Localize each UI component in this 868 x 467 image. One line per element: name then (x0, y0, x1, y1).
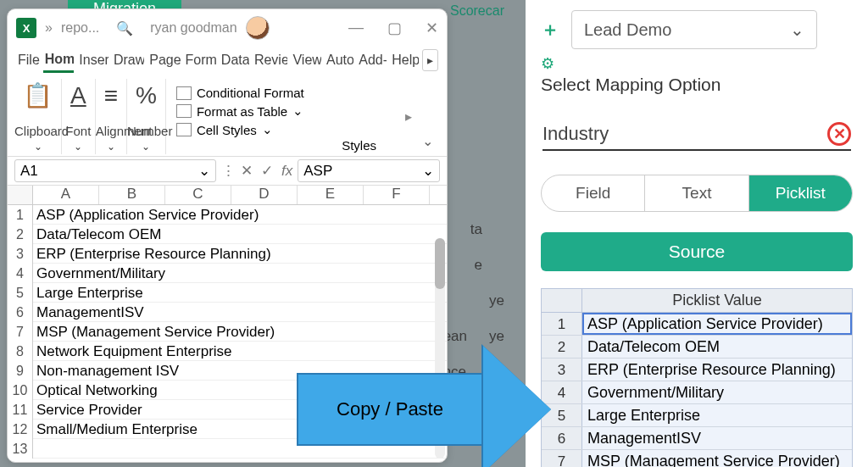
row-header[interactable]: 12 (8, 420, 33, 439)
chevron-down-icon: ⌄ (790, 19, 804, 40)
row-header[interactable]: 7 (8, 322, 33, 342)
ribbon-collapse-icon[interactable]: ⌄ (415, 128, 440, 154)
col-header[interactable]: F (364, 186, 430, 204)
cell[interactable]: ManagementISV (33, 303, 447, 322)
ribbon-overflow-icon[interactable]: ▸ (402, 108, 415, 125)
user-name[interactable]: ryan goodman (150, 20, 236, 36)
tab-picklist[interactable]: Picklist (749, 175, 852, 211)
conditional-format-button[interactable]: Conditional Format (176, 84, 397, 102)
clear-field-icon[interactable]: ✕ (827, 122, 851, 146)
menu-home[interactable]: Hom (43, 48, 75, 73)
source-button[interactable]: Source (541, 232, 853, 271)
cell[interactable]: Data/Telecom OEM (33, 225, 447, 244)
cell[interactable]: Large Enterprise (33, 283, 447, 303)
ribbon-clipboard[interactable]: 📋 Clipboard (14, 79, 62, 154)
row-header[interactable]: 9 (8, 361, 33, 381)
col-header[interactable]: A (33, 186, 99, 204)
avatar[interactable] (246, 16, 270, 40)
row-header[interactable]: 8 (8, 342, 33, 361)
cell[interactable]: ASP (Application Service Provider) (33, 205, 447, 225)
row-header[interactable]: 3 (8, 244, 33, 264)
menu-page[interactable]: Page (147, 49, 180, 71)
scrollbar-thumb[interactable] (435, 238, 445, 289)
menu-view[interactable]: View (291, 49, 321, 71)
menu-formulas[interactable]: Form (184, 49, 216, 71)
formula-input[interactable]: ASP⌄ (298, 159, 440, 182)
table-row[interactable]: 3ERP (Enterprise Resource Planning) (8, 244, 447, 264)
maximize-icon[interactable]: ▢ (387, 19, 402, 37)
picklist-value[interactable]: ERP (Enterprise Resource Planning) (582, 359, 852, 381)
lead-select[interactable]: Lead Demo ⌄ (571, 10, 817, 49)
picklist-value[interactable]: MSP (Management Service Provider) (582, 450, 852, 467)
row-header[interactable]: 11 (8, 400, 33, 420)
table-row[interactable]: 7MSP (Management Service Provider) (8, 322, 447, 342)
picklist-value[interactable]: ASP (Application Service Provider) (582, 313, 852, 335)
ribbon-font[interactable]: A Font (62, 79, 96, 154)
fx-icon[interactable]: fx (281, 163, 292, 180)
table-row[interactable]: 2Data/Telecom OEM (8, 225, 447, 244)
chevron-right-icon[interactable]: » (45, 20, 53, 36)
cell[interactable]: ERP (Enterprise Resource Planning) (33, 244, 447, 264)
menu-draw[interactable]: Draw (112, 49, 144, 71)
row-header[interactable]: 13 (8, 439, 33, 459)
minimize-icon[interactable]: — (348, 19, 364, 37)
format-as-table-button[interactable]: Format as Table ⌄ (176, 102, 397, 120)
document-name[interactable]: repo... (61, 20, 99, 36)
cell-styles-button[interactable]: Cell Styles ⌄ (176, 120, 397, 139)
menu-data[interactable]: Data (220, 49, 249, 71)
picklist-row[interactable]: 2Data/Telecom OEM (542, 336, 852, 359)
menu-addins[interactable]: Add- (357, 49, 387, 71)
table-row[interactable]: 6ManagementISV (8, 303, 447, 322)
menu-overflow-icon[interactable]: ▸ (422, 49, 438, 71)
arrow-head-icon (483, 346, 551, 467)
row-header[interactable]: 5 (8, 283, 33, 303)
formula-bar: A1⌄ ⋮ ✕ ✓ fx ASP⌄ (8, 157, 447, 186)
col-header[interactable]: B (99, 186, 165, 204)
cell[interactable]: MSP (Management Service Provider) (33, 322, 447, 342)
tab-field[interactable]: Field (542, 175, 644, 211)
ribbon-number[interactable]: % Number (127, 79, 166, 154)
col-header[interactable]: D (231, 186, 298, 204)
picklist-row[interactable]: 1ASP (Application Service Provider) (542, 313, 852, 336)
picklist-row[interactable]: 5Large Enterprise (542, 404, 852, 427)
ribbon-alignment[interactable]: ≡ Alignment (96, 79, 127, 154)
search-icon[interactable]: 🔍 (116, 20, 133, 36)
table-row[interactable]: 5Large Enterprise (8, 283, 447, 303)
picklist-value[interactable]: Government/Military (582, 381, 852, 403)
picklist-table: Picklist Value 1ASP (Application Service… (541, 288, 853, 467)
menu-help[interactable]: Help (390, 49, 419, 71)
menu-file[interactable]: File (16, 49, 40, 71)
field-input-row[interactable]: Industry ✕ (542, 119, 851, 151)
picklist-row-num: 1 (542, 313, 582, 335)
row-header[interactable]: 10 (8, 381, 33, 400)
picklist-row[interactable]: 4Government/Military (542, 381, 852, 404)
tab-text[interactable]: Text (644, 175, 748, 211)
format-table-icon (176, 104, 192, 118)
gear-icon[interactable]: ⚙ (541, 54, 853, 73)
name-box[interactable]: A1⌄ (14, 159, 216, 182)
picklist-value[interactable]: ManagementISV (582, 427, 852, 449)
add-icon[interactable]: ＋ (541, 17, 559, 42)
cancel-formula-icon[interactable]: ✕ (241, 162, 253, 180)
menu-review[interactable]: Revie (253, 49, 288, 71)
row-header[interactable]: 6 (8, 303, 33, 322)
menu-insert[interactable]: Inser (77, 49, 108, 71)
picklist-row[interactable]: 3ERP (Enterprise Resource Planning) (542, 359, 852, 381)
menu-automate[interactable]: Auto (325, 49, 353, 71)
row-header[interactable]: 1 (8, 205, 33, 225)
picklist-value[interactable]: Data/Telecom OEM (582, 336, 852, 358)
select-all-corner[interactable] (8, 186, 33, 204)
picklist-row[interactable]: 6ManagementISV (542, 427, 852, 450)
enter-formula-icon[interactable]: ✓ (261, 162, 273, 180)
table-row[interactable]: 1ASP (Application Service Provider) (8, 205, 447, 225)
row-header[interactable]: 2 (8, 225, 33, 244)
col-header[interactable]: E (298, 186, 364, 204)
close-icon[interactable]: ✕ (426, 19, 438, 37)
row-header[interactable]: 4 (8, 264, 33, 283)
cell[interactable]: Government/Military (33, 264, 447, 283)
picklist-row[interactable]: 7MSP (Management Service Provider) (542, 450, 852, 467)
ribbon-styles: Conditional Format Format as Table ⌄ Cel… (166, 79, 402, 154)
picklist-value[interactable]: Large Enterprise (582, 404, 852, 426)
col-header[interactable]: C (165, 186, 231, 204)
table-row[interactable]: 4Government/Military (8, 264, 447, 283)
